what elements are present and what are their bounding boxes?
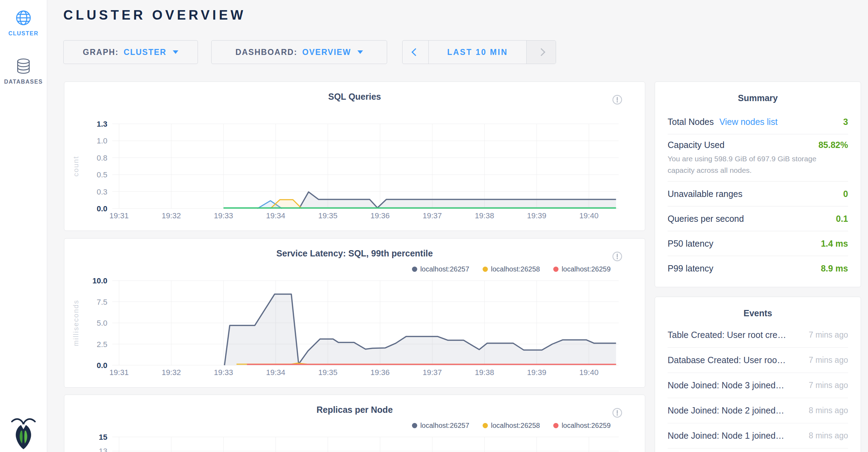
info-icon[interactable]: [612, 408, 622, 418]
svg-text:19:33: 19:33: [214, 211, 233, 220]
summary-row-queries-per-second: Queries per second 0.1: [668, 206, 848, 231]
event-time: 7 mins ago: [809, 381, 848, 390]
summary-panel: Summary Total NodesView nodes list 3 Cap…: [655, 82, 861, 287]
row-value: 0.1: [836, 214, 848, 224]
sidebar-item-databases[interactable]: DATABASES: [0, 58, 47, 85]
svg-text:19:40: 19:40: [579, 211, 598, 220]
total-nodes-label: Total Nodes: [668, 117, 714, 127]
time-range-next-button[interactable]: [527, 41, 556, 64]
sql-queries-chart[interactable]: 0.00.30.50.81.01.319:3119:3219:3319:3419…: [64, 117, 645, 229]
chart-title: SQL Queries: [64, 92, 645, 102]
dashboard-dropdown[interactable]: DASHBOARD: OVERVIEW: [211, 40, 387, 64]
svg-text:19:33: 19:33: [214, 368, 233, 377]
database-icon: [16, 58, 31, 74]
sidebar-item-cluster[interactable]: CLUSTER: [0, 10, 47, 37]
svg-text:19:34: 19:34: [266, 368, 285, 377]
event-time: 8 mins ago: [809, 406, 848, 415]
svg-text:19:35: 19:35: [318, 368, 337, 377]
svg-text:19:34: 19:34: [266, 211, 285, 220]
sidebar-item-label: DATABASES: [0, 79, 47, 85]
svg-text:milliseconds: milliseconds: [72, 300, 80, 346]
event-time: 8 mins ago: [809, 431, 848, 440]
total-nodes-value: 3: [843, 117, 848, 127]
events-panel: Events Table Created: User root cre…7 mi…: [655, 297, 861, 452]
row-label: Queries per second: [668, 214, 744, 224]
summary-row-p99-latency: P99 latency 8.9 ms: [668, 256, 848, 281]
summary-row-unavailable-ranges: Unavailable ranges 0: [668, 182, 848, 206]
legend-item[interactable]: localhost:26258: [483, 422, 540, 430]
summary-row-total-nodes: Total NodesView nodes list 3: [668, 110, 848, 134]
svg-text:15: 15: [99, 433, 107, 442]
legend-label: localhost:26259: [562, 422, 611, 430]
dashboard-dropdown-value: OVERVIEW: [302, 48, 351, 57]
row-label: P99 latency: [668, 263, 713, 274]
legend-dot-icon: [483, 267, 488, 272]
summary-row-p50-latency: P50 latency 1.4 ms: [668, 231, 848, 256]
legend-label: localhost:26259: [562, 265, 611, 273]
events-title: Events: [655, 297, 861, 318]
svg-text:19:36: 19:36: [370, 211, 390, 220]
legend-dot-icon: [412, 267, 417, 272]
sidebar: CLUSTER DATABASES: [0, 0, 47, 452]
replicas-per-node-chart[interactable]: 035810131519:3119:3219:3319:3419:3519:36…: [64, 430, 645, 452]
time-range-value[interactable]: LAST 10 MIN: [428, 41, 527, 64]
graph-dropdown-value: CLUSTER: [124, 48, 167, 57]
time-range-prev-button[interactable]: [403, 41, 428, 64]
summary-row-label-group: Total NodesView nodes list: [668, 117, 777, 127]
cockroach-logo-icon: [9, 417, 37, 450]
legend-label: localhost:26257: [420, 265, 469, 273]
legend-item[interactable]: localhost:26258: [483, 265, 540, 273]
svg-text:19:35: 19:35: [318, 211, 337, 220]
capacity-description: You are using 598.9 GiB of 697.9 GiB sto…: [668, 153, 848, 176]
svg-text:19:38: 19:38: [475, 368, 494, 377]
svg-text:0.0: 0.0: [97, 361, 107, 370]
time-range-selector: LAST 10 MIN: [402, 40, 556, 64]
chart-legend: localhost:26257localhost:26258localhost:…: [412, 265, 611, 273]
legend-item[interactable]: localhost:26259: [553, 265, 611, 273]
info-icon[interactable]: [612, 94, 622, 105]
event-text: Table Created: User root cre…: [668, 330, 786, 340]
summary-row-capacity: Capacity Used 85.82% You are using 598.9…: [668, 134, 848, 182]
chart-legend: localhost:26257localhost:26258localhost:…: [412, 422, 611, 430]
svg-text:19:37: 19:37: [423, 368, 442, 377]
caret-down-icon: [357, 50, 363, 54]
graph-dropdown-label: GRAPH:: [83, 48, 119, 57]
globe-icon: [15, 10, 31, 26]
service-latency-chart[interactable]: 0.02.55.07.510.019:3119:3219:3319:3419:3…: [64, 274, 645, 386]
legend-item[interactable]: localhost:26257: [412, 265, 469, 273]
summary-title: Summary: [655, 82, 861, 103]
view-nodes-list-link[interactable]: View nodes list: [719, 117, 777, 127]
event-text: Node Joined: Node 3 joined…: [668, 380, 784, 390]
capacity-label: Capacity Used: [668, 140, 725, 150]
legend-item[interactable]: localhost:26259: [553, 422, 611, 430]
row-value: 0: [843, 189, 848, 199]
svg-text:1.3: 1.3: [97, 120, 107, 128]
capacity-value: 85.82%: [818, 140, 848, 150]
event-row: Node Joined: Node 3 joined…7 mins ago: [668, 373, 848, 398]
caret-down-icon: [173, 50, 178, 54]
svg-text:19:37: 19:37: [423, 211, 442, 220]
svg-text:19:31: 19:31: [109, 368, 129, 377]
svg-text:10.0: 10.0: [92, 276, 107, 285]
svg-text:5.0: 5.0: [97, 319, 107, 327]
svg-text:1.0: 1.0: [97, 136, 107, 145]
events-list: Table Created: User root cre…7 mins agoD…: [655, 323, 861, 449]
row-value: 8.9 ms: [821, 263, 848, 274]
event-text: Node Joined: Node 1 joined…: [668, 431, 784, 441]
info-icon[interactable]: [612, 251, 622, 262]
svg-text:19:32: 19:32: [162, 368, 181, 377]
graph-dropdown[interactable]: GRAPH: CLUSTER: [63, 40, 198, 64]
event-time: 7 mins ago: [809, 330, 848, 340]
svg-text:19:38: 19:38: [475, 211, 494, 220]
svg-text:19:40: 19:40: [579, 368, 598, 377]
event-row: Table Created: User root cre…7 mins ago: [668, 323, 848, 348]
chart-title: Replicas per Node: [64, 405, 645, 415]
legend-item[interactable]: localhost:26257: [412, 422, 469, 430]
svg-text:count: count: [72, 156, 80, 177]
legend-label: localhost:26257: [420, 422, 469, 430]
capacity-row-top: Capacity Used 85.82%: [668, 134, 848, 150]
sidebar-item-label: CLUSTER: [0, 30, 47, 37]
event-row: Node Joined: Node 1 joined…8 mins ago: [668, 423, 848, 449]
svg-text:19:36: 19:36: [370, 368, 390, 377]
svg-text:19:31: 19:31: [109, 211, 129, 220]
